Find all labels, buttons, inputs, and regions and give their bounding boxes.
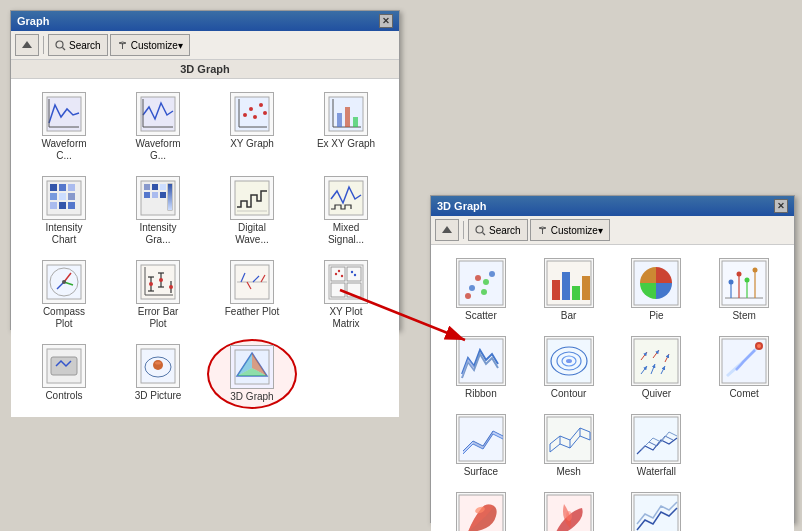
- icon-scatter: [456, 258, 506, 308]
- svg-point-51: [62, 280, 66, 284]
- svg-rect-22: [345, 107, 350, 127]
- svg-rect-29: [59, 193, 66, 200]
- item-intensity-chart[interactable]: Intensity Chart: [19, 171, 109, 251]
- 3d-search-button[interactable]: Search: [468, 219, 528, 241]
- item-bar[interactable]: Bar: [527, 253, 611, 327]
- svg-point-103: [465, 293, 471, 299]
- item-digital-wave[interactable]: Digital Wave...: [207, 171, 297, 251]
- search-button[interactable]: Search: [48, 34, 108, 56]
- item-intensity-gra[interactable]: Intensity Gra...: [113, 171, 203, 251]
- label-feather-plot: Feather Plot: [225, 306, 279, 318]
- icon-line-graph: [631, 492, 681, 531]
- label-comet: Comet: [729, 388, 758, 400]
- item-mesh[interactable]: Mesh: [527, 409, 611, 483]
- item-compass-plot[interactable]: Compass Plot: [19, 255, 109, 335]
- icon-compass-plot: [42, 260, 86, 304]
- 3d-customize-button[interactable]: Customize▾: [530, 219, 610, 241]
- svg-point-14: [249, 107, 253, 111]
- item-xy-graph[interactable]: XY Graph: [207, 87, 297, 167]
- svg-rect-52: [141, 265, 175, 299]
- item-ribbon[interactable]: Ribbon: [439, 331, 523, 405]
- svg-rect-33: [68, 202, 75, 209]
- icon-ex-xy-graph: [324, 92, 368, 136]
- svg-rect-109: [582, 276, 590, 300]
- customize-label: Customize▾: [131, 40, 183, 51]
- graph-window-close[interactable]: ✕: [379, 14, 393, 28]
- item-pie[interactable]: Pie: [615, 253, 699, 327]
- label-3d-graph: 3D Graph: [230, 391, 273, 403]
- 3d-graph-window-titlebar: 3D Graph ✕: [431, 196, 794, 216]
- svg-rect-36: [152, 184, 158, 190]
- item-3d-graph[interactable]: 3D Graph: [207, 339, 297, 409]
- svg-point-62: [159, 278, 163, 282]
- svg-point-78: [341, 275, 343, 277]
- item-surface-graph[interactable]: Surface Graph: [439, 487, 523, 531]
- item-comet[interactable]: Comet: [702, 331, 786, 405]
- svg-rect-127: [634, 339, 678, 383]
- icon-surface: [456, 414, 506, 464]
- svg-rect-98: [459, 261, 503, 305]
- label-error-bar-plot: Error Bar Plot: [128, 306, 188, 330]
- item-waveform-c[interactable]: Waveform C...: [19, 87, 109, 167]
- svg-point-95: [476, 226, 483, 233]
- item-3d-picture[interactable]: 3D Picture: [113, 339, 203, 409]
- item-feather-plot[interactable]: Feather Plot: [207, 255, 297, 335]
- item-stem[interactable]: Stem: [702, 253, 786, 327]
- up-button[interactable]: [15, 34, 39, 56]
- label-waterfall: Waterfall: [637, 466, 676, 478]
- item-quiver[interactable]: Quiver: [615, 331, 699, 405]
- item-line-graph[interactable]: Line Graph: [615, 487, 699, 531]
- item-surface[interactable]: Surface: [439, 409, 523, 483]
- label-mixed-signal: Mixed Signal...: [316, 222, 376, 246]
- svg-point-80: [354, 274, 356, 276]
- label-intensity-gra: Intensity Gra...: [128, 222, 188, 246]
- svg-point-1: [56, 41, 63, 48]
- icon-xy-graph: [230, 92, 274, 136]
- svg-rect-23: [353, 117, 358, 127]
- icon-error-bar-plot: [136, 260, 180, 304]
- icon-intensity-gra: [136, 176, 180, 220]
- svg-point-101: [483, 279, 489, 285]
- item-waterfall[interactable]: Waterfall: [615, 409, 699, 483]
- item-mixed-signal[interactable]: Mixed Signal...: [301, 171, 391, 251]
- item-scatter[interactable]: Scatter: [439, 253, 523, 327]
- graph-window: Graph ✕ Search Customize▾ 3D Graph: [10, 10, 400, 330]
- label-surface: Surface: [464, 466, 498, 478]
- svg-point-116: [737, 272, 742, 277]
- item-error-bar-plot[interactable]: Error Bar Plot: [113, 255, 203, 335]
- label-compass-plot: Compass Plot: [34, 306, 94, 330]
- up-icon: [21, 39, 33, 51]
- svg-rect-139: [547, 417, 591, 461]
- svg-rect-7: [141, 97, 175, 131]
- icon-mesh: [544, 414, 594, 464]
- label-intensity-chart: Intensity Chart: [34, 222, 94, 246]
- item-waveform-g[interactable]: Waveform G...: [113, 87, 203, 167]
- svg-point-15: [253, 115, 257, 119]
- item-contour[interactable]: Contour: [527, 331, 611, 405]
- svg-rect-108: [572, 286, 580, 300]
- icon-waterfall: [631, 414, 681, 464]
- icon-contour: [544, 336, 594, 386]
- customize-icon: [117, 40, 128, 51]
- label-ribbon: Ribbon: [465, 388, 497, 400]
- label-stem: Stem: [732, 310, 755, 322]
- icon-digital-wave: [230, 176, 274, 220]
- label-quiver: Quiver: [642, 388, 671, 400]
- item-controls[interactable]: Controls: [19, 339, 109, 409]
- icon-intensity-chart: [42, 176, 86, 220]
- item-parametric-g[interactable]: Parametric G...: [527, 487, 611, 531]
- 3d-graph-window-close[interactable]: ✕: [774, 199, 788, 213]
- 3d-up-button[interactable]: [435, 219, 459, 241]
- customize-button[interactable]: Customize▾: [110, 34, 190, 56]
- svg-rect-40: [160, 192, 166, 198]
- svg-point-120: [753, 268, 758, 273]
- item-ex-xy-graph[interactable]: Ex XY Graph: [301, 87, 391, 167]
- svg-point-86: [155, 362, 161, 365]
- svg-rect-27: [68, 184, 75, 191]
- svg-rect-37: [160, 184, 166, 190]
- icon-parametric-g: [544, 492, 594, 531]
- item-xy-plot-matrix[interactable]: XY Plot Matrix: [301, 255, 391, 335]
- svg-point-16: [259, 103, 263, 107]
- svg-line-96: [483, 232, 486, 235]
- item-empty-3: [702, 409, 786, 483]
